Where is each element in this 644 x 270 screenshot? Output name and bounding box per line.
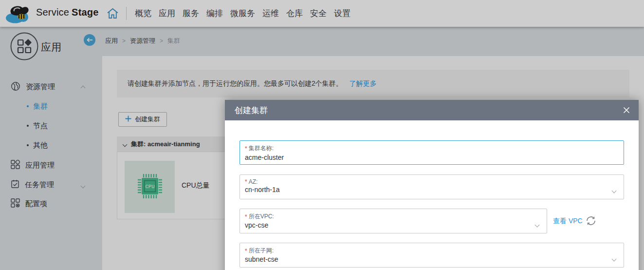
required-mark: *	[245, 248, 247, 254]
field-subnet-select[interactable]: * 所在子网: subnet-cse	[239, 243, 624, 268]
chevron-down-icon	[535, 220, 539, 229]
field-vpc-select[interactable]: * 所在VPC: vpc-cse	[239, 209, 547, 233]
field-az-select[interactable]: * AZ: cn-north-1a	[239, 174, 624, 199]
field-label: * 集群名称:	[245, 144, 624, 153]
field-label: * 所在VPC:	[245, 212, 547, 221]
field-label: * 所在子网:	[245, 247, 624, 255]
servicestage-console: ServiceStage 概览 应用 服务 编排 微服务 运维 仓库 安全 设置	[0, 0, 644, 270]
close-icon[interactable]	[622, 106, 631, 115]
modal-title: 创建集群	[235, 105, 268, 116]
create-cluster-modal: 创建集群 * 集群名称: * AZ: cn-north-1a	[225, 100, 639, 270]
cluster-name-input[interactable]	[245, 154, 605, 161]
field-cluster-name: * 集群名称:	[239, 140, 624, 165]
vpc-selected-value: vpc-cse	[245, 221, 547, 229]
required-mark: *	[245, 213, 247, 220]
view-vpc-link[interactable]: 查看 VPC	[553, 217, 583, 226]
field-label: * AZ:	[245, 178, 624, 185]
az-selected-value: cn-north-1a	[245, 186, 624, 193]
subnet-selected-value: subnet-cse	[245, 255, 624, 263]
required-mark: *	[245, 145, 247, 152]
modal-header: 创建集群	[225, 100, 639, 120]
refresh-icon[interactable]	[585, 215, 597, 229]
chevron-down-icon	[612, 186, 616, 194]
required-mark: *	[245, 178, 247, 185]
chevron-down-icon	[612, 254, 616, 263]
